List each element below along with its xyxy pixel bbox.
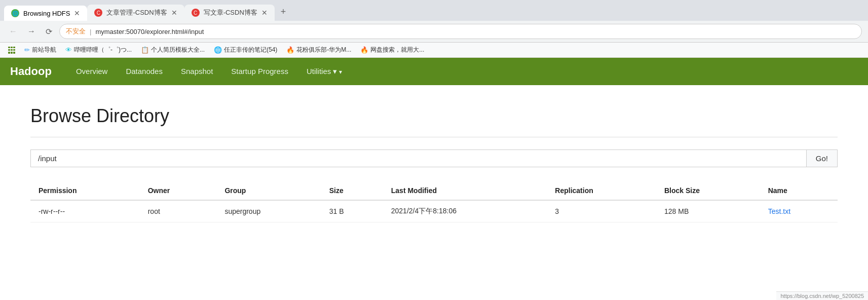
bookmark-label: 任正非传的笔记(54) (224, 46, 277, 54)
col-header-permission: Permission (30, 181, 140, 200)
table-row: -rw-r--r--rootsupergroup31 B2021/2/4下午8:… (30, 200, 838, 222)
page-title: Browse Directory (30, 105, 838, 127)
col-header-size: Size (321, 181, 383, 200)
bookmark-item-3[interactable]: 🌐任正非传的笔记(54) (211, 45, 280, 55)
new-tab-button[interactable]: + (275, 3, 292, 21)
nav-item-datanodes[interactable]: Datanodes (117, 59, 172, 84)
col-header-replication: Replication (547, 181, 656, 200)
reload-button[interactable]: ⟳ (43, 25, 55, 39)
cell-permission: -rw-r--r-- (30, 200, 140, 222)
cell-size: 31 B (321, 200, 383, 222)
hadoop-navbar: Hadoop OverviewDatanodesSnapshotStartup … (0, 58, 868, 85)
bookmark-apps[interactable] (5, 46, 18, 55)
address-input-wrapper[interactable]: 不安全 | mymaster:50070/explorer.html#/inpu… (59, 24, 862, 39)
hadoop-brand: Hadoop (10, 58, 62, 85)
bookmark-label: 前站导航 (32, 46, 56, 54)
tab-title: 文章管理-CSDN博客 (106, 8, 167, 17)
bookmark-icon: 🌐 (214, 46, 222, 54)
col-header-name: Name (760, 181, 838, 200)
tab-title: 写文章-CSDN博客 (204, 8, 257, 17)
tab-close-button[interactable]: ✕ (74, 9, 80, 17)
directory-table: PermissionOwnerGroupSizeLast ModifiedRep… (30, 181, 838, 222)
cell-owner: root (140, 200, 217, 222)
bookmark-item-5[interactable]: 🔥网盘搜索，就用大... (357, 45, 427, 55)
go-button[interactable]: Go! (806, 149, 838, 167)
divider (30, 137, 838, 137)
bookmark-item-1[interactable]: 👁哔哩哔哩（゜-゜)つ... (62, 45, 135, 55)
tab-close-button[interactable]: ✕ (171, 9, 177, 17)
bookmark-label: 个人简历模板大全... (151, 46, 205, 54)
col-header-last-modified: Last Modified (383, 181, 547, 200)
nav-item-snapshot[interactable]: Snapshot (172, 59, 222, 84)
col-header-block-size: Block Size (656, 181, 760, 200)
nav-item-utilities[interactable]: Utilities ▾ (297, 59, 351, 84)
col-header-group: Group (216, 181, 321, 200)
bookmark-item-2[interactable]: 📋个人简历模板大全... (138, 45, 208, 55)
browser-chrome: 🌐 Browsing HDFS ✕ C 文章管理-CSDN博客 ✕ C 写文章-… (0, 0, 868, 58)
browser-tab-tab1[interactable]: 🌐 Browsing HDFS ✕ (4, 6, 87, 21)
browser-tab-tab3[interactable]: C 写文章-CSDN博客 ✕ (184, 5, 275, 21)
back-button[interactable]: ← (6, 25, 20, 38)
tab-favicon: C (192, 9, 200, 17)
cell-last-modified: 2021/2/4下午8:18:06 (383, 200, 547, 222)
bookmark-label: 哔哩哔哩（゜-゜)つ... (74, 46, 132, 54)
tab-close-button[interactable]: ✕ (261, 9, 268, 17)
tab-favicon: 🌐 (11, 9, 19, 17)
path-input[interactable] (30, 149, 806, 167)
bookmark-icon: 🔥 (360, 46, 368, 54)
nav-item-startup-progress[interactable]: Startup Progress (222, 59, 297, 84)
bookmarks-bar: ✏前站导航👁哔哩哔哩（゜-゜)つ...📋个人简历模板大全...🌐任正非传的笔记(… (0, 43, 868, 58)
col-header-owner: Owner (140, 181, 217, 200)
bookmark-icon: ✏ (24, 46, 30, 54)
address-bar: ← → ⟳ 不安全 | mymaster:50070/explorer.html… (0, 21, 868, 43)
main-content: Browse Directory Go! PermissionOwnerGrou… (0, 85, 868, 243)
cell-block-size: 128 MB (656, 200, 760, 222)
security-warning: 不安全 (66, 27, 86, 36)
bookmark-label: 花粉俱乐部-华为M... (296, 46, 351, 54)
tab-title: Browsing HDFS (23, 10, 70, 17)
bookmark-icon: 🔥 (286, 46, 294, 54)
cell-group: supergroup (216, 200, 321, 222)
path-row: Go! (30, 149, 838, 167)
bookmark-icon: 👁 (65, 46, 72, 54)
bookmark-icon: 📋 (141, 46, 149, 54)
file-link[interactable]: Test.txt (760, 200, 838, 222)
cell-replication: 3 (547, 200, 656, 222)
bookmark-item-0[interactable]: ✏前站导航 (21, 45, 59, 55)
nav-item-overview[interactable]: Overview (67, 59, 117, 84)
browser-tab-tab2[interactable]: C 文章管理-CSDN博客 ✕ (87, 5, 184, 21)
tab-bar: 🌐 Browsing HDFS ✕ C 文章管理-CSDN博客 ✕ C 写文章-… (0, 0, 868, 21)
address-text: mymaster:50070/explorer.html#/input (95, 28, 204, 35)
forward-button[interactable]: → (24, 25, 39, 38)
bookmark-label: 网盘搜索，就用大... (370, 46, 424, 54)
apps-grid-icon (8, 47, 15, 54)
bookmark-item-4[interactable]: 🔥花粉俱乐部-华为M... (283, 45, 354, 55)
tab-favicon: C (94, 9, 102, 17)
